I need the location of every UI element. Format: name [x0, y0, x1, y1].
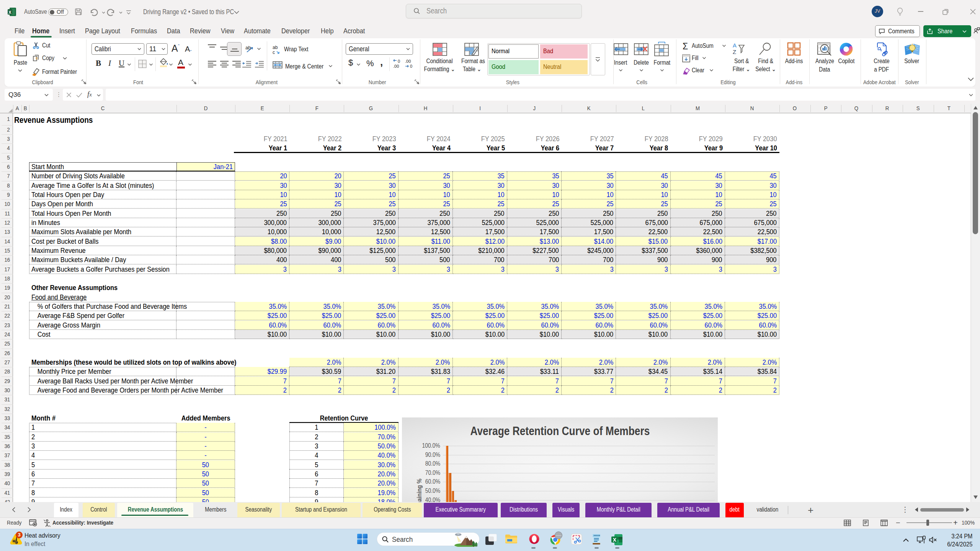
svg-text:3: 3	[18, 532, 20, 538]
svg-text:X: X	[8, 10, 11, 15]
svg-text:.00: .00	[393, 64, 399, 68]
svg-text:0: 0	[398, 59, 400, 64]
svg-text:0: 0	[410, 64, 412, 68]
svg-text:ab: ab	[273, 45, 278, 50]
svg-text:c: c	[273, 50, 275, 55]
svg-text:Z: Z	[733, 49, 736, 55]
svg-text:.00: .00	[405, 59, 411, 64]
svg-text:A: A	[733, 42, 737, 49]
